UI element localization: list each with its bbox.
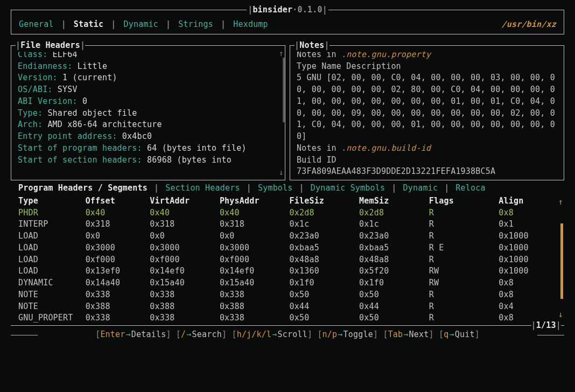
- file-header-row: Endianness: Little: [18, 61, 279, 73]
- table-row[interactable]: LOAD0x13ef00x14ef00x14ef00x13600x5f20RW0…: [18, 265, 558, 277]
- scroll-down-icon[interactable]: ↓: [558, 309, 563, 321]
- column-header: Offset: [86, 195, 150, 207]
- table-row[interactable]: LOAD0xf0000xf0000xf0000x48a80x48a8R0x100…: [18, 254, 558, 266]
- file-header-row: ABI Version: 0: [18, 96, 279, 108]
- table-row[interactable]: LOAD0x30000x30000x30000xbaa50xbaa5R E0x1…: [18, 242, 558, 254]
- tab-general[interactable]: General: [18, 19, 55, 31]
- tab-symbols[interactable]: Symbols: [258, 183, 293, 194]
- column-header: FileSiz: [289, 195, 359, 207]
- scrollbar[interactable]: [283, 58, 285, 122]
- table-header-row: TypeOffsetVirtAddrPhysAddrFileSizMemSizF…: [18, 195, 558, 207]
- tab-separator: |: [214, 19, 232, 31]
- notes-panel: |Notes| Notes in .note.gnu.property Type…: [290, 45, 564, 180]
- column-header: Flags: [429, 195, 499, 207]
- file-header-row: Type: Shared object file: [18, 108, 279, 120]
- tab-static[interactable]: Static: [73, 19, 104, 31]
- file-header-row: Version: 1 (current): [18, 72, 279, 84]
- app-title: |binsider·0.1.0|: [247, 4, 328, 16]
- table-row[interactable]: NOTE0x3380x3380x3380x500x50R0x8: [18, 289, 558, 301]
- scroll-down-icon[interactable]: ↓: [279, 167, 284, 179]
- column-header: Type: [18, 195, 86, 207]
- table-row[interactable]: PHDR0x400x400x400x2d80x2d8R0x8: [18, 207, 558, 219]
- keybind-hint: [q→Quit]: [439, 330, 480, 339]
- section-tab-bar: Program Headers / Segments | Section Hea…: [11, 181, 564, 195]
- table-row[interactable]: DYNAMIC0x14a400x15a400x15a400x1f00x1f0RW…: [18, 277, 558, 289]
- keybind-hint: [/→Search]: [176, 330, 227, 339]
- file-path: /usr/bin/xz: [501, 19, 557, 31]
- pager-divider: |1/13|: [11, 325, 564, 326]
- tab-dynamic[interactable]: Dynamic: [122, 19, 159, 31]
- tab-strings[interactable]: Strings: [177, 19, 214, 31]
- title-bar: |binsider·0.1.0|: [11, 10, 564, 16]
- keybind-hint: [h/j/k/l→Scroll]: [232, 330, 312, 339]
- column-header: MemSiz: [359, 195, 429, 207]
- tab-program-headers[interactable]: Program Headers / Segments: [18, 183, 148, 194]
- top-tab-bar: General | Static | Dynamic | Strings | H…: [11, 16, 564, 34]
- file-header-row: Arch: AMD x86-64 architecture: [18, 119, 279, 131]
- tab-dynamic-symbols[interactable]: Dynamic Symbols: [311, 183, 385, 194]
- keybind-hint: [Enter→Details]: [95, 330, 171, 339]
- tab-relocations[interactable]: Reloca: [455, 183, 485, 194]
- keybind-hint: [Tab→Next]: [383, 330, 433, 339]
- tab-hexdump[interactable]: Hexdump: [232, 19, 269, 31]
- tab-section-headers[interactable]: Section Headers: [165, 183, 240, 194]
- file-header-row: Entry point address: 0x4bc0: [18, 131, 279, 143]
- file-header-row: Start of section headers: 86968 (bytes i…: [18, 155, 279, 166]
- keybind-footer: [Enter→Details] [/→Search] [h/j/k/l→Scro…: [11, 329, 564, 341]
- keybind-hint: [n/p→Toggle]: [317, 330, 378, 339]
- tab-separator: |: [159, 19, 177, 31]
- file-headers-panel: |File Headers| ↑ ↓ Class: ELF64Endiannes…: [11, 45, 285, 180]
- column-header: VirtAddr: [150, 195, 220, 207]
- tab-separator: |: [104, 19, 122, 31]
- table-row[interactable]: INTERP0x3180x3180x3180x1c0x1cR0x1: [18, 219, 558, 230]
- scrollbar[interactable]: [560, 223, 563, 299]
- program-headers-table: ↑ ↓ TypeOffsetVirtAddrPhysAddrFileSizMem…: [11, 195, 564, 325]
- column-header: Align: [499, 195, 558, 207]
- file-header-row: OS/ABI: SYSV: [18, 84, 279, 96]
- scroll-up-icon[interactable]: ↑: [558, 197, 563, 208]
- table-row[interactable]: NOTE0x3880x3880x3880x440x44R0x4: [18, 301, 558, 313]
- table-row[interactable]: LOAD0x00x00x00x23a00x23a0R0x1000: [18, 230, 558, 242]
- table-row[interactable]: GNU_PROPERT0x3380x3380x3380x500x50R0x8: [18, 312, 558, 324]
- file-header-row: Start of program headers: 64 (bytes into…: [18, 143, 279, 155]
- column-header: PhysAddr: [220, 195, 290, 207]
- tab-dynamic-section[interactable]: Dynamic: [403, 183, 438, 194]
- tab-separator: |: [55, 19, 73, 31]
